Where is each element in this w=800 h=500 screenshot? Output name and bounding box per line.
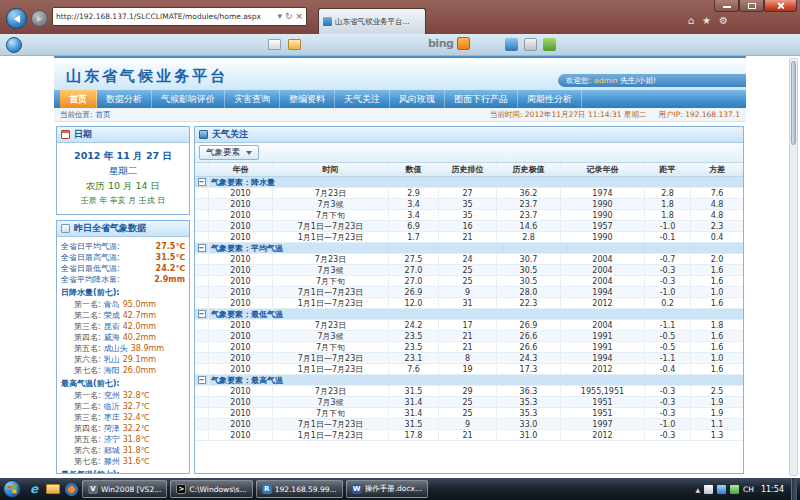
nav-item-9[interactable]: 周期性分析 bbox=[518, 90, 582, 108]
nav-item-8[interactable]: 图面下行产品 bbox=[445, 90, 518, 108]
table-data-row[interactable]: 20107月23日27.52430.72004-0.72.0 bbox=[195, 254, 743, 265]
window-maximize-button[interactable] bbox=[739, 0, 764, 12]
table-data-row[interactable]: 20107月1日—7月23日6.91614.61957-1.02.3 bbox=[195, 221, 743, 232]
table-column-header[interactable]: 方差 bbox=[691, 163, 743, 176]
row-gutter-cell bbox=[195, 254, 209, 264]
volume-icon[interactable] bbox=[730, 485, 739, 494]
media-player-icon[interactable] bbox=[65, 483, 78, 496]
station-name: 荣成 bbox=[104, 310, 120, 321]
table-column-header[interactable]: 历史排位 bbox=[439, 163, 497, 176]
nav-item-6[interactable]: 天气关注 bbox=[335, 90, 390, 108]
tray-expand-icon[interactable]: ▲ bbox=[695, 486, 700, 493]
network-icon[interactable] bbox=[717, 485, 726, 494]
home-icon[interactable]: ⌂ bbox=[688, 14, 694, 28]
collapse-toggle-icon[interactable]: − bbox=[198, 376, 206, 384]
internet-explorer-icon[interactable]: e bbox=[27, 482, 41, 496]
assistant-app-icon[interactable] bbox=[6, 37, 22, 53]
browser-action-icons: ⌂ ★ ⚙ bbox=[688, 14, 728, 28]
taskbar-button[interactable]: W操作手册.docx... bbox=[346, 480, 428, 498]
table-data-row[interactable]: 20107月下旬31.42535.31951-0.31.9 bbox=[195, 408, 743, 419]
tools-gear-icon[interactable]: ⚙ bbox=[719, 14, 728, 28]
row-gutter-cell bbox=[195, 408, 209, 418]
rank-position: 第七名: bbox=[74, 456, 101, 467]
address-bar[interactable]: http://192.168.137.1/SLCCLIMATE/modules/… bbox=[52, 7, 307, 26]
table-data-row[interactable]: 20107月3候3.43523.719901.84.8 bbox=[195, 199, 743, 210]
table-section-row[interactable]: −气象要素：平均气温 bbox=[195, 243, 743, 254]
table-data-row[interactable]: 20107月3候23.52126.61991-0.51.6 bbox=[195, 331, 743, 342]
action-center-icon[interactable] bbox=[704, 485, 713, 494]
window-minimize-button[interactable] bbox=[714, 0, 739, 12]
nav-item-4[interactable]: 灾害查询 bbox=[225, 90, 280, 108]
forward-button[interactable] bbox=[31, 10, 48, 27]
table-cell: 24.3 bbox=[497, 353, 561, 363]
nav-item-2[interactable]: 数据分析 bbox=[97, 90, 152, 108]
stop-icon[interactable]: × bbox=[295, 8, 303, 25]
sidebar: 日期 2012 年 11 月 27 日 星期二 农历 10 月 14 日 壬辰 … bbox=[56, 126, 190, 474]
nav-item-3[interactable]: 气候影响评价 bbox=[152, 90, 225, 108]
table-data-row[interactable]: 20107月3候31.42535.31951-0.31.9 bbox=[195, 397, 743, 408]
bing-logo[interactable]: bing bbox=[428, 37, 470, 50]
start-button[interactable] bbox=[3, 480, 21, 498]
show-desktop-button[interactable] bbox=[791, 478, 797, 500]
messenger-icon[interactable] bbox=[505, 38, 518, 51]
rank-position: 第五名: bbox=[74, 343, 101, 354]
sidebar-rank-row: 第七名:滕州31.6℃ bbox=[61, 456, 185, 467]
taskbar-button[interactable]: VWin2008 [VS2... bbox=[82, 480, 167, 498]
breadcrumb-label: 当前位置: bbox=[60, 110, 93, 120]
taskbar-button[interactable]: R192.168.59.99... bbox=[256, 480, 343, 498]
nav-item-7[interactable]: 风向玫瑰 bbox=[390, 90, 445, 108]
browser-tab[interactable]: 山东省气候业务平台... bbox=[318, 8, 426, 34]
table-data-row[interactable]: 20107月1日—7月23日31.5933.01997-1.01.1 bbox=[195, 419, 743, 430]
apps-icon[interactable] bbox=[543, 38, 556, 51]
table-column-header[interactable]: 距平 bbox=[645, 163, 691, 176]
breadcrumb-current[interactable]: 首页 bbox=[96, 110, 111, 120]
welcome-bar: 欢迎您: admin 先生/小姐! bbox=[558, 74, 746, 87]
table-data-row[interactable]: 20107月23日2.92736.219742.87.6 bbox=[195, 188, 743, 199]
table-cell: 31 bbox=[439, 298, 497, 308]
table-data-row[interactable]: 20101月1日—7月23日12.03122.320120.21.6 bbox=[195, 298, 743, 309]
table-data-row[interactable]: 20107月下旬23.52126.61991-0.51.6 bbox=[195, 342, 743, 353]
refresh-icon[interactable]: ↻ bbox=[285, 8, 293, 25]
table-column-header[interactable]: 记录年份 bbox=[561, 163, 645, 176]
table-data-row[interactable]: 20107月下旬27.02530.52004-0.31.6 bbox=[195, 276, 743, 287]
table-data-row[interactable]: 20101月1日—7月23日1.7212.81990-0.10.4 bbox=[195, 232, 743, 243]
table-column-header[interactable]: 时间 bbox=[273, 163, 389, 176]
search-dropdown-icon[interactable]: ▾ bbox=[277, 8, 282, 25]
table-column-header[interactable]: 历史极值 bbox=[497, 163, 561, 176]
table-data-row[interactable]: 20107月3候27.02530.52004-0.31.6 bbox=[195, 265, 743, 276]
language-indicator[interactable]: CH bbox=[743, 485, 754, 494]
table-section-row[interactable]: −气象要素：最低气温 bbox=[195, 309, 743, 320]
camera-icon[interactable] bbox=[524, 38, 537, 51]
table-column-header[interactable]: 年份 bbox=[209, 163, 273, 176]
window-close-button[interactable] bbox=[764, 0, 797, 12]
collapse-toggle-icon[interactable]: − bbox=[198, 244, 206, 252]
page-scrollbar[interactable] bbox=[789, 58, 798, 476]
clock[interactable]: 11:54 bbox=[758, 485, 787, 494]
collapse-toggle-icon[interactable]: − bbox=[198, 178, 206, 186]
table-section-row[interactable]: −气象要素：降水量 bbox=[195, 177, 743, 188]
table-data-row[interactable]: 20101月1日—7月23日7.61917.32012-0.41.6 bbox=[195, 364, 743, 375]
collapse-toggle-icon[interactable]: − bbox=[198, 310, 206, 318]
table-data-row[interactable]: 20107月1日—7月23日23.1824.31994-1.11.0 bbox=[195, 353, 743, 364]
table-data-row[interactable]: 20107月23日31.52936.31955,1951-0.32.5 bbox=[195, 386, 743, 397]
table-cell: 2004 bbox=[561, 276, 645, 286]
mail-icon[interactable] bbox=[268, 39, 281, 50]
back-button[interactable] bbox=[6, 8, 27, 29]
nav-item-5[interactable]: 整编资料 bbox=[280, 90, 335, 108]
table-data-row[interactable]: 20107月1日—7月23日26.9928.01994-1.01.0 bbox=[195, 287, 743, 298]
sidebar-rank-group-title: 最低气温(前七): bbox=[61, 469, 185, 473]
url-text[interactable]: http://192.168.137.1/SLCCLIMATE/modules/… bbox=[56, 12, 274, 21]
scrollbar-thumb[interactable] bbox=[791, 61, 796, 145]
table-data-row[interactable]: 20107月23日24.21726.92004-1.11.8 bbox=[195, 320, 743, 331]
table-column-header[interactable]: 数值 bbox=[389, 163, 439, 176]
element-selector-button[interactable]: 气象要素 bbox=[199, 145, 259, 160]
table-data-row[interactable]: 20101月1日—7月23日17.82131.02012-0.31.3 bbox=[195, 430, 743, 441]
nav-item-1[interactable]: 首页 bbox=[60, 90, 97, 108]
taskbar-button[interactable]: >C:\Windows\s... bbox=[170, 480, 252, 498]
table-cell: 1月1日—7月23日 bbox=[273, 232, 389, 242]
windows-explorer-icon[interactable] bbox=[46, 484, 60, 494]
document-icon[interactable] bbox=[288, 39, 301, 50]
favorites-star-icon[interactable]: ★ bbox=[702, 14, 711, 28]
table-section-row[interactable]: −气象要素：最高气温 bbox=[195, 375, 743, 386]
table-data-row[interactable]: 20107月下旬3.43523.719901.84.8 bbox=[195, 210, 743, 221]
